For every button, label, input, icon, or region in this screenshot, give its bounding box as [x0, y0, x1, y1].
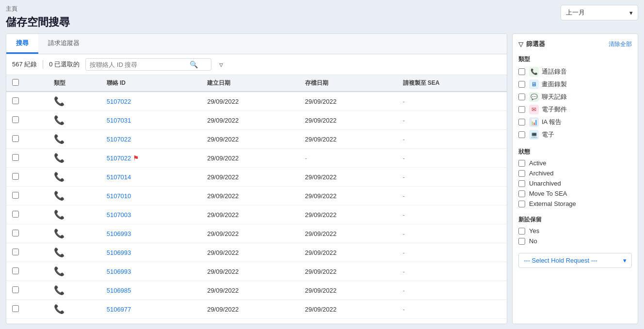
contact-id-link[interactable]: 5106977	[107, 306, 131, 313]
call-type-icon: 📞	[54, 304, 64, 314]
select-all-checkbox[interactable]	[12, 79, 19, 86]
sea-value: -	[397, 130, 507, 149]
contact-id-link[interactable]: 5106985	[107, 287, 131, 294]
contact-id-link[interactable]: 5107022	[107, 98, 131, 105]
tabs: 搜尋 請求追蹤器	[6, 34, 507, 54]
contact-id-link[interactable]: 5107014	[107, 173, 131, 181]
checkbox-hold-yes[interactable]	[518, 228, 525, 235]
archived-date: 29/09/2022	[299, 224, 397, 243]
table-row: 📞5107022⚑29/09/2022--	[6, 149, 507, 168]
row-checkbox-6[interactable]	[12, 211, 19, 218]
checkbox-archived[interactable]	[518, 170, 525, 177]
call-type-icon: 📞	[54, 134, 64, 144]
checkbox-elec[interactable]	[518, 131, 525, 138]
contact-id-link[interactable]: 5106993	[107, 268, 131, 275]
call-type-icon: 📞	[54, 285, 64, 295]
created-date: 29/09/2022	[201, 205, 299, 224]
checkbox-email[interactable]	[518, 106, 525, 113]
label-archived: Archived	[529, 170, 554, 177]
type-section: 類型 📞 通話錄音 🖥 畫面錄製	[518, 53, 632, 141]
sea-value: -	[397, 224, 507, 243]
created-date: 29/09/2022	[201, 149, 299, 168]
checkbox-ia[interactable]	[518, 119, 525, 125]
filter-call: 📞 通話錄音	[518, 65, 632, 78]
call-type-icon: 📞	[54, 172, 64, 182]
col-contact-id: 聯絡 ID	[101, 75, 201, 92]
row-checkbox-11[interactable]	[12, 305, 19, 312]
filter-screen: 🖥 畫面錄製	[518, 78, 632, 91]
hold-request-dropdown[interactable]: --- Select Hold Request --- ▾	[518, 253, 632, 268]
month-label: 上一月	[566, 8, 585, 17]
row-checkbox-0[interactable]	[12, 97, 19, 104]
checkbox-call[interactable]	[518, 68, 525, 75]
row-checkbox-10[interactable]	[12, 286, 19, 293]
contact-id-link[interactable]: 5107022⚑	[107, 155, 140, 162]
sea-value: -	[397, 300, 507, 319]
tab-search[interactable]: 搜尋	[6, 34, 38, 54]
month-dropdown[interactable]: 上一月 ▾	[561, 5, 638, 20]
archived-date: 29/09/2022	[299, 92, 397, 111]
search-input[interactable]	[90, 61, 187, 68]
table-row: 📞510702229/09/202229/09/2022-	[6, 92, 507, 111]
filter-ia: 📊 IA 報告	[518, 116, 632, 128]
table-row: 📞510698529/09/202229/09/2022-	[6, 281, 507, 300]
main-panel: 搜尋 請求追蹤器 567 紀錄 0 已選取的 🔍 ▿	[6, 33, 507, 324]
call-icon: 📞	[529, 67, 539, 77]
archived-date: -	[299, 149, 397, 168]
contact-id-link[interactable]: 5107022	[107, 136, 131, 143]
checkbox-unarchived[interactable]	[518, 180, 525, 187]
label-elec: 💻 電子	[529, 130, 554, 140]
table-row: 📞510701029/09/202229/09/2022-	[6, 187, 507, 205]
contact-id-link[interactable]: 5107031	[107, 117, 131, 124]
filter-title-row: ▽ 篩選器	[518, 40, 545, 48]
row-checkbox-1[interactable]	[12, 116, 19, 123]
checkbox-screen[interactable]	[518, 81, 525, 88]
contact-id-link[interactable]: 5106993	[107, 230, 131, 237]
row-checkbox-2[interactable]	[12, 135, 19, 142]
main-container: 主頁 儲存空間搜尋 上一月 ▾ 搜尋 請求追蹤器 567	[0, 0, 644, 329]
call-type-icon: 📞	[54, 191, 64, 201]
checkbox-active[interactable]	[518, 160, 525, 167]
table-row: 📞510697729/09/202229/09/2022-	[6, 300, 507, 319]
search-box: 🔍	[85, 58, 211, 71]
checkbox-move-to-sea[interactable]	[518, 190, 525, 197]
checkbox-external-storage[interactable]	[518, 201, 525, 207]
clear-all-button[interactable]: 清除全部	[609, 40, 632, 48]
page-title: 儲存空間搜尋	[6, 15, 70, 30]
filter-icon[interactable]: ▿	[219, 60, 223, 69]
row-checkbox-7[interactable]	[12, 230, 19, 236]
contact-id-link[interactable]: 5107010	[107, 192, 131, 200]
col-sea: 請複製至 SEA	[397, 75, 507, 92]
archived-date: 29/09/2022	[299, 281, 397, 300]
contact-id-link[interactable]: 5106993	[107, 249, 131, 256]
row-checkbox-3[interactable]	[12, 154, 19, 161]
filter-hold-no: No	[518, 236, 632, 246]
row-checkbox-4[interactable]	[12, 173, 19, 180]
elec-icon: 💻	[529, 130, 539, 140]
row-checkbox-8[interactable]	[12, 249, 19, 255]
filter-chat: 💬 聊天記錄	[518, 91, 632, 103]
checkbox-hold-no[interactable]	[518, 238, 525, 245]
row-checkbox-9[interactable]	[12, 267, 19, 274]
data-table: 類型 聯絡 ID 建立日期 存檔日期 請複製至 SEA 📞510702229/0…	[6, 75, 507, 319]
filter-unarchived: Unarchived	[518, 178, 632, 188]
contact-id-link[interactable]: 5107003	[107, 211, 131, 219]
status-section: 狀態 Active Archived Unarchived	[518, 146, 632, 209]
table-row: 📞510702229/09/202229/09/2022-	[6, 130, 507, 149]
created-date: 29/09/2022	[201, 111, 299, 130]
archived-date: 29/09/2022	[299, 243, 397, 262]
status-section-label: 狀態	[518, 148, 632, 156]
tab-request-tracker[interactable]: 請求追蹤器	[38, 34, 89, 54]
label-chat: 💬 聊天記錄	[529, 92, 567, 102]
label-call: 📞 通話錄音	[529, 67, 567, 77]
created-date: 29/09/2022	[201, 92, 299, 111]
label-email: ✉ 電子郵件	[529, 105, 567, 114]
hold-section-label: 新訟保留	[518, 216, 632, 224]
checkbox-chat[interactable]	[518, 94, 525, 100]
row-checkbox-5[interactable]	[12, 192, 19, 199]
filter-elec: 💻 電子	[518, 128, 632, 141]
filter-email: ✉ 電子郵件	[518, 103, 632, 116]
sea-value: -	[397, 92, 507, 111]
sea-value: -	[397, 262, 507, 281]
record-count: 567 紀錄	[12, 60, 37, 69]
